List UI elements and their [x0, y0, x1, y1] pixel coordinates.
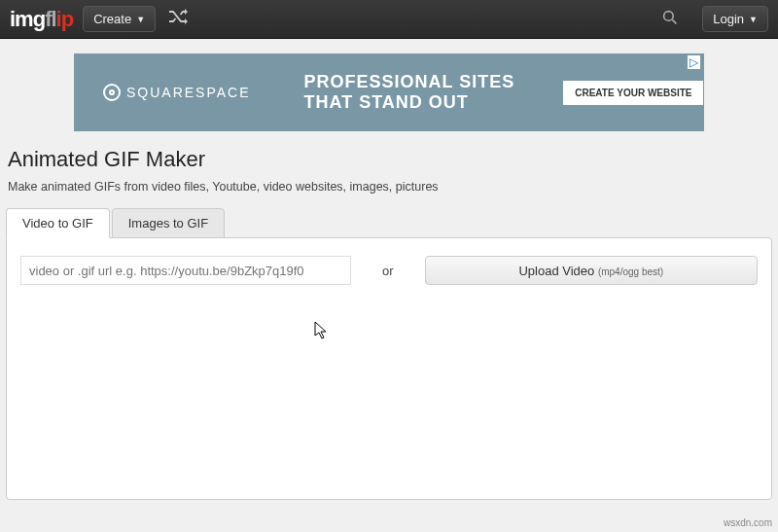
search-icon[interactable] — [662, 10, 678, 29]
nav-right: Login ▼ — [662, 6, 768, 32]
ad-headline: PROFESSIONAL SITES THAT STAND OUT — [304, 72, 515, 112]
svg-line-1 — [673, 19, 677, 23]
upload-button-label: Upload Video — [518, 264, 594, 278]
ad-cta-button[interactable]: CREATE YOUR WEBSITE — [563, 81, 703, 105]
ad-brand-text: SQUARESPACE — [126, 85, 251, 100]
page-title: Animated GIF Maker — [8, 147, 778, 172]
shuffle-icon[interactable] — [167, 9, 189, 29]
create-button-label: Create — [93, 12, 131, 26]
top-navbar: imgflip Create ▼ Login ▼ — [0, 0, 778, 39]
tabs-container: Video to GIF Images to GIF or Upload Vid… — [6, 207, 772, 500]
site-logo[interactable]: imgflip — [10, 7, 73, 32]
tab-video-to-gif[interactable]: Video to GIF — [6, 208, 110, 238]
login-button[interactable]: Login ▼ — [702, 6, 768, 32]
tab-images-to-gif[interactable]: Images to GIF — [112, 208, 225, 238]
upload-button-hint: (mp4/ogg best) — [598, 266, 663, 277]
caret-down-icon: ▼ — [749, 15, 758, 24]
login-button-label: Login — [713, 12, 744, 26]
page-subtitle: Make animated GIFs from video files, You… — [8, 180, 778, 194]
ad-banner[interactable]: ▷ SQUARESPACE PROFESSIONAL SITES THAT ST… — [74, 53, 704, 131]
logo-part-img: img — [10, 7, 45, 31]
create-button[interactable]: Create ▼ — [83, 6, 156, 32]
svg-point-0 — [664, 11, 674, 20]
upload-video-button[interactable]: Upload Video (mp4/ogg best) — [425, 256, 758, 285]
caret-down-icon: ▼ — [136, 15, 145, 24]
ad-line2: THAT STAND OUT — [304, 92, 515, 113]
logo-part-ip: ip — [56, 7, 74, 31]
input-row: or Upload Video (mp4/ogg best) — [20, 256, 758, 285]
ad-line1: PROFESSIONAL SITES — [304, 72, 515, 92]
logo-part-fl: fl — [45, 7, 55, 31]
squarespace-logo-icon — [103, 84, 121, 101]
or-separator: or — [382, 264, 394, 278]
watermark: wsxdn.com — [724, 517, 772, 528]
ad-info-icon[interactable]: ▷ — [688, 55, 700, 69]
tab-panel: or Upload Video (mp4/ogg best) — [6, 237, 772, 500]
video-url-input[interactable] — [20, 256, 351, 285]
tabs: Video to GIF Images to GIF — [6, 207, 772, 237]
ad-brand: SQUARESPACE — [103, 84, 251, 101]
